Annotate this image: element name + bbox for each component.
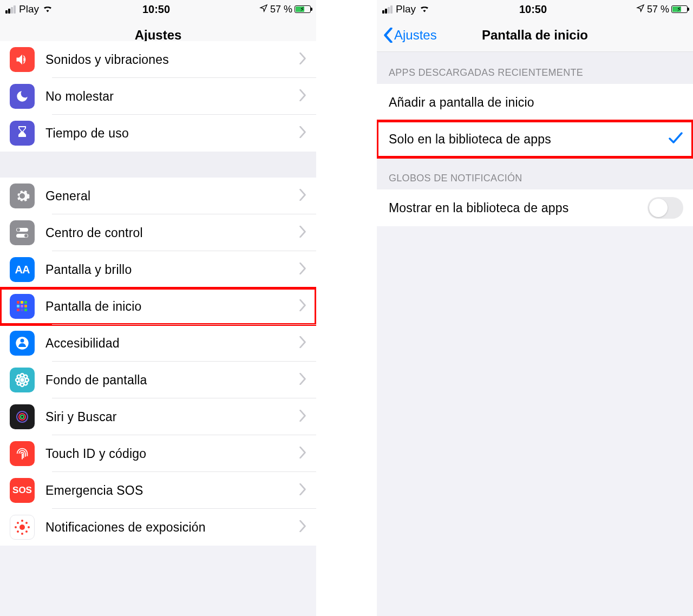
carrier-label: Play bbox=[19, 3, 39, 15]
svg-point-35 bbox=[17, 530, 19, 533]
sos-icon: SOS bbox=[10, 478, 35, 503]
svg-point-34 bbox=[25, 522, 28, 524]
status-bar: Play 10:50 57 % ⚡︎ bbox=[0, 0, 316, 18]
hourglass-icon bbox=[10, 121, 35, 146]
grid-icon bbox=[10, 294, 35, 319]
page-title: Ajustes bbox=[135, 28, 182, 43]
siri-icon bbox=[10, 404, 35, 429]
section-header-badges: GLOBOS DE NOTIFICACIÓN bbox=[377, 158, 693, 189]
row-label: Notificaciones de exposición bbox=[45, 520, 299, 535]
settings-row-accesibilidad[interactable]: Accesibilidad bbox=[0, 325, 316, 362]
wifi-icon bbox=[419, 4, 430, 15]
settings-row-pantalla-y-brillo[interactable]: AAPantalla y brillo bbox=[0, 251, 316, 288]
person-icon bbox=[10, 331, 35, 356]
svg-rect-12 bbox=[24, 309, 27, 311]
battery-icon: ⚡︎ bbox=[671, 5, 688, 13]
settings-section-1: Sonidos y vibracionesNo molestarTiempo d… bbox=[0, 52, 316, 152]
chevron-right-icon bbox=[299, 299, 306, 313]
svg-point-14 bbox=[21, 339, 24, 343]
chevron-right-icon bbox=[299, 189, 306, 203]
row-label: Mostrar en la biblioteca de apps bbox=[387, 201, 648, 215]
toggle-switch[interactable] bbox=[648, 197, 683, 219]
chevron-right-icon bbox=[299, 89, 306, 103]
chevron-right-icon bbox=[299, 520, 306, 534]
svg-rect-5 bbox=[21, 301, 23, 304]
row-label: Pantalla y brillo bbox=[45, 263, 299, 277]
chevron-right-icon bbox=[299, 447, 306, 461]
checkmark-icon bbox=[668, 132, 683, 147]
finger-icon bbox=[10, 441, 35, 466]
option-anadir-a-pantalla-de-inicio[interactable]: Añadir a pantalla de inicio bbox=[377, 84, 693, 121]
settings-row-touch-id-y-codigo[interactable]: Touch ID y código bbox=[0, 435, 316, 472]
apps-download-section: Añadir a pantalla de inicioSolo en la bi… bbox=[377, 84, 693, 158]
svg-point-23 bbox=[24, 382, 27, 385]
svg-point-33 bbox=[17, 522, 19, 524]
speaker-icon bbox=[10, 47, 35, 72]
chevron-right-icon bbox=[299, 483, 306, 497]
battery-pct: 57 % bbox=[270, 4, 292, 15]
svg-point-3 bbox=[24, 234, 28, 238]
chevron-right-icon bbox=[299, 126, 306, 140]
settings-row-centro-de-control[interactable]: Centro de control bbox=[0, 214, 316, 251]
row-label: Fondo de pantalla bbox=[45, 373, 299, 388]
option-solo-en-la-biblioteca-de-apps[interactable]: Solo en la biblioteca de apps bbox=[377, 121, 693, 158]
svg-rect-10 bbox=[17, 309, 19, 311]
chevron-right-icon bbox=[299, 373, 306, 387]
row-label: No molestar bbox=[45, 89, 299, 104]
svg-point-29 bbox=[21, 520, 23, 522]
row-label: Touch ID y código bbox=[45, 447, 299, 461]
section-header-apps: APPS DESCARGADAS RECIENTEMENTE bbox=[377, 52, 693, 84]
flower-icon bbox=[10, 368, 35, 392]
clock: 10:50 bbox=[142, 3, 170, 16]
back-button[interactable]: Ajustes bbox=[383, 18, 437, 51]
svg-point-32 bbox=[28, 526, 30, 528]
chevron-right-icon bbox=[299, 226, 306, 240]
settings-row-tiempo-de-uso[interactable]: Tiempo de uso bbox=[0, 115, 316, 152]
settings-row-emergencia-sos[interactable]: SOSEmergencia SOS bbox=[0, 472, 316, 509]
svg-rect-6 bbox=[24, 301, 27, 304]
moon-icon bbox=[10, 84, 35, 109]
row-label: Emergencia SOS bbox=[45, 483, 299, 498]
row-label: Añadir a pantalla de inicio bbox=[387, 95, 683, 110]
svg-rect-8 bbox=[21, 305, 23, 307]
svg-point-28 bbox=[19, 525, 25, 530]
clock: 10:50 bbox=[519, 3, 547, 16]
battery-icon: ⚡︎ bbox=[295, 5, 311, 13]
settings-row-fondo-de-pantalla[interactable]: Fondo de pantalla bbox=[0, 362, 316, 398]
badges-section: Mostrar en la biblioteca de apps bbox=[377, 189, 693, 226]
svg-point-1 bbox=[17, 228, 20, 232]
chevron-right-icon bbox=[299, 336, 306, 350]
status-bar: Play 10:50 57 % ⚡︎ bbox=[377, 0, 693, 18]
settings-row-sonidos-y-vibraciones[interactable]: Sonidos y vibraciones bbox=[0, 41, 316, 78]
svg-point-15 bbox=[20, 378, 24, 382]
location-icon bbox=[259, 4, 268, 15]
svg-point-31 bbox=[15, 526, 17, 528]
row-label: Accesibilidad bbox=[45, 336, 299, 351]
row-label: Tiempo de uso bbox=[45, 126, 299, 141]
svg-rect-11 bbox=[21, 309, 23, 311]
gear-icon bbox=[10, 184, 35, 208]
settings-row-notificaciones-de-exposicion[interactable]: Notificaciones de exposición bbox=[0, 509, 316, 546]
page-title: Pantalla de inicio bbox=[482, 28, 588, 43]
chevron-right-icon bbox=[299, 263, 306, 277]
chevron-right-icon bbox=[299, 410, 306, 424]
back-label: Ajustes bbox=[394, 28, 437, 43]
signal-icon bbox=[382, 5, 393, 14]
settings-row-pantalla-de-inicio[interactable]: Pantalla de inicio bbox=[0, 288, 316, 325]
AA-icon: AA bbox=[10, 257, 35, 282]
exposure-icon bbox=[10, 515, 35, 540]
switches-icon bbox=[10, 220, 35, 245]
svg-point-20 bbox=[17, 375, 21, 378]
svg-point-22 bbox=[17, 382, 21, 385]
row-label: Sonidos y vibraciones bbox=[45, 53, 299, 67]
svg-rect-7 bbox=[17, 305, 19, 307]
svg-point-36 bbox=[25, 530, 28, 533]
toggle-row-mostrar-en-la-biblioteca-de-apps: Mostrar en la biblioteca de apps bbox=[377, 189, 693, 226]
home-screen-settings: Play 10:50 57 % ⚡︎ Ajustes Pantalla de i… bbox=[377, 0, 693, 616]
settings-row-no-molestar[interactable]: No molestar bbox=[0, 78, 316, 115]
svg-point-30 bbox=[21, 533, 23, 535]
settings-row-siri-y-buscar[interactable]: Siri y Buscar bbox=[0, 398, 316, 435]
settings-row-general[interactable]: General bbox=[0, 178, 316, 214]
row-label: General bbox=[45, 189, 299, 204]
row-label: Centro de control bbox=[45, 226, 299, 240]
